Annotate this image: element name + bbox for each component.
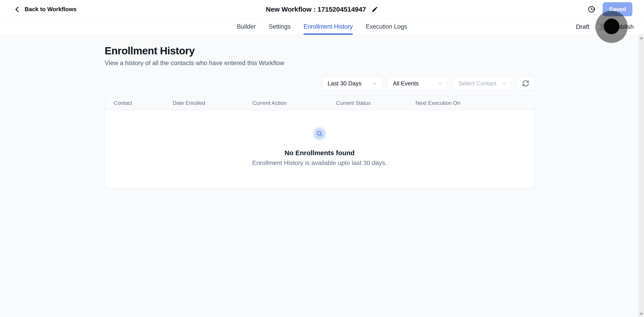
scroll-up-arrow[interactable] [640,37,643,39]
scrollbar-track[interactable] [638,35,644,317]
version-history-button[interactable] [588,5,596,14]
enrollment-table-card: Contact Date Enrolled Current Action Cur… [105,96,534,188]
tab-bar: Builder Settings Enrollment History Exec… [0,19,644,35]
table-header-row: Contact Date Enrolled Current Action Cur… [105,96,534,110]
topbar-right-group: Saved [588,2,632,16]
saved-button[interactable]: Saved [603,2,632,16]
edit-title-button[interactable] [372,6,378,13]
empty-state: No Enrollments found Enrollment History … [105,110,534,166]
page-subtitle: View a history of all the contacts who h… [105,60,284,66]
date-range-value: Last 30 Days [328,80,362,87]
event-filter-value: All Events [393,80,419,87]
publish-toggle[interactable] [595,24,608,30]
refresh-icon [522,80,529,87]
contact-select-placeholder: Select Contact [459,80,496,87]
empty-state-icon-bubble-inner [314,128,325,139]
column-header-current-action: Current Action [252,100,336,106]
event-filter-select[interactable]: All Events [387,77,448,90]
refresh-button[interactable] [517,77,534,90]
empty-state-subtitle: Enrollment History is available upto las… [105,160,534,166]
contact-select[interactable]: Select Contact [453,77,512,90]
workflow-title-group: New Workflow : 1715204514947 [266,6,378,13]
search-icon [316,130,323,137]
empty-state-icon-bubble [312,127,326,140]
publish-control-group: Draft Publish [576,19,634,35]
history-clock-icon [588,5,596,14]
column-header-current-status: Current Status [336,100,416,106]
page-title: Enrollment History [105,45,195,57]
chevron-left-icon [14,6,20,13]
back-to-workflows-button[interactable]: Back to Workflows [14,6,76,13]
chevron-down-icon [372,81,377,86]
filter-bar: Last 30 Days All Events Select Contact [322,77,534,90]
top-bar: Back to Workflows New Workflow : 1715204… [0,0,644,19]
column-header-next-execution: Next Execution On [416,100,534,106]
chevron-down-icon [502,81,507,86]
pencil-icon [372,6,378,13]
date-range-select[interactable]: Last 30 Days [322,77,382,90]
chevron-down-icon [438,81,443,86]
tab-settings[interactable]: Settings [269,19,291,35]
publish-label: Publish [613,23,634,30]
scroll-down-arrow[interactable] [640,313,643,315]
tab-enrollment-history[interactable]: Enrollment History [304,19,353,35]
column-header-date-enrolled: Date Enrolled [173,100,252,106]
tab-execution-logs[interactable]: Execution Logs [366,19,407,35]
workflow-title: New Workflow : 1715204514947 [266,6,366,13]
tab-builder[interactable]: Builder [237,19,256,35]
publish-toggle-knob [596,24,601,30]
empty-state-title: No Enrollments found [105,149,534,157]
back-to-workflows-label: Back to Workflows [24,6,76,13]
column-header-contact: Contact [105,100,173,106]
draft-label: Draft [576,23,590,30]
